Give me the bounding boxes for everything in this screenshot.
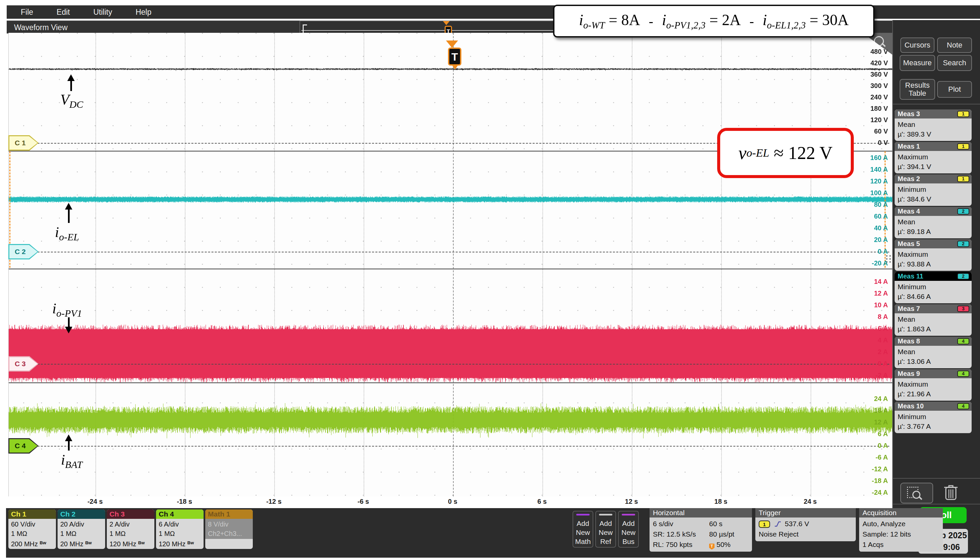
zoom-mode-button[interactable] [900,483,933,503]
measurement-card-meas-11[interactable]: Meas 112Minimumµ': 84.66 A [895,272,972,303]
axis-tick-label-ch4: 6 A [844,430,888,438]
add-new-math-button[interactable]: AddNewMath [573,511,593,547]
measurement-type: Mean [898,217,968,227]
waveform-plot-area[interactable] [8,33,892,496]
add-new-ref-button[interactable]: AddNewRef [595,511,616,547]
channel-badge-ch-3[interactable]: Ch 32 A/div1 MΩ120 MHz Bw [107,509,154,549]
channel-badge-header: Math 1 [205,509,253,519]
right-control-panel: CursorsNoteMeasureSearchResultsTablePlot… [892,20,980,558]
measurement-card-body: Meanµ': 389.3 V [895,119,972,141]
trigger-mode: Noise Reject [759,529,853,539]
channel-impedance: 1 MΩ [11,529,53,538]
arrow-head [65,327,72,333]
channel-badge-header: Ch 1 [8,509,56,519]
trigger-marker-badge[interactable]: T [448,48,461,66]
axis-tick-label-ch3: 14 A [844,278,888,286]
channel-zero-reference-line [11,252,889,252]
trigger-position-icon: T [709,544,715,550]
channel-bandwidth: 200 MHz Bw [11,538,53,549]
channel-badge-ch-2[interactable]: Ch 220 A/div1 MΩ20 MHz Bw [58,509,105,549]
measurement-card-meas-1[interactable]: Meas 11Maximumµ': 394.1 V [895,142,972,174]
measurement-card-meas-3[interactable]: Meas 31Meanµ': 389.3 V [895,109,972,141]
source-channel-badge: 1 [957,176,969,182]
side-button-note[interactable]: Note [937,38,972,53]
add-new-bus-button[interactable]: AddNewBus [618,511,639,547]
acquisition-panel[interactable]: AcquisitionAuto, AnalyzeSample: 12 bits1… [859,508,943,552]
channel-tag-c4[interactable]: C 4 [8,438,38,453]
measurement-value: µ': 394.1 V [898,162,968,171]
axis-tick-label-ch2: 0 A [844,248,888,255]
panel-separator [893,478,980,479]
measurement-card-body: Minimumµ': 84.66 A [895,281,972,303]
time-tick-label: 12 s [616,498,647,506]
channel-badge-ch-1[interactable]: Ch 160 V/div1 MΩ200 MHz Bw [8,509,56,549]
channel-badge-ch-4[interactable]: Ch 46 A/div1 MΩ120 MHz Bw [156,509,204,549]
channel-tag-c2[interactable]: C 2 [8,244,38,260]
measurement-card-header: Meas 42 [895,207,972,216]
trace-label-o-el: io-EL [55,223,79,243]
measurement-card-meas-9[interactable]: Meas 94Maximumµ': 21.96 A [895,369,972,401]
axis-tick-label-ch1: 420 V [844,59,888,67]
axis-tick-label-ch3: 6 A [844,325,888,332]
measurement-value: µ': 384.6 V [898,194,968,204]
horizontal-panel[interactable]: Horizontal6 s/div60 sSR: 12.5 kS/s80 µs/… [649,508,752,552]
axis-tick-label-ch1: 360 V [844,71,888,78]
arrow-head [65,203,72,210]
add-button-stripe [599,514,612,516]
axis-tick-label-ch3: 8 A [844,313,888,321]
trace-label-dc: VDC [60,91,83,110]
axis-tick-label-ch2: 20 A [844,236,888,244]
formula-term: io-PV1,2,3 = 2A [662,11,741,31]
measurement-type: Mean [898,347,968,357]
side-button-search[interactable]: Search [937,55,972,71]
axis-tick-label-ch4: -12 A [844,465,888,473]
menu-item-file[interactable]: File [21,8,33,17]
menu-item-help[interactable]: Help [136,8,151,17]
measurement-card-header: Meas 73 [895,304,972,313]
measurement-card-body: Meanµ': 13.06 A [895,346,972,368]
axis-tick-label-ch3: 10 A [844,301,888,309]
measurement-card-header: Meas 104 [895,402,972,411]
time-tick-label: 0 s [438,498,468,506]
axis-tick-label-ch1: 480 V [844,48,888,56]
measurement-card-header: Meas 52 [895,239,972,248]
measurement-card-body: Meanµ': 1.863 A [895,313,972,336]
channel-scale: 20 A/div [60,519,103,529]
axis-tick-label-ch3: 4 A [844,336,888,344]
measurement-card-meas-10[interactable]: Meas 104Minimumµ': 3.767 A [895,402,972,433]
axis-tick-label-ch2: 120 A [844,177,888,185]
trash-icon-button[interactable] [942,483,959,501]
trigger-panel[interactable]: Trigger1537.6 VNoise Reject [755,508,856,541]
measurement-type: Mean [898,314,968,324]
channel-tag-c3[interactable]: C 3 [8,356,38,372]
side-button-plot[interactable]: Plot [937,81,972,98]
measurement-card-body: Maximumµ': 394.1 V [895,151,972,174]
measurement-card-meas-2[interactable]: Meas 21Minimumµ': 384.6 V [895,174,972,206]
channel-tag-c1[interactable]: C 1 [8,135,38,150]
trace-label-o-pv1: io-PV1 [52,300,82,319]
channel-scale: 6 A/div [159,519,201,529]
time-tick-label: -12 s [259,498,289,506]
measurement-card-meas-7[interactable]: Meas 73Meanµ': 1.863 A [895,304,972,336]
measurement-card-meas-4[interactable]: Meas 42Meanµ': 89.18 A [895,207,972,238]
measurement-card-meas-5[interactable]: Meas 52Maximumµ': 93.88 A [895,239,972,271]
measurement-type: Maximum [898,379,968,389]
menu-item-utility[interactable]: Utility [93,8,112,17]
side-button-results-table[interactable]: ResultsTable [900,79,935,100]
record-length: RL: 750 kpts [653,539,709,550]
time-tick-label: -24 s [80,498,110,506]
bandwidth-limit-tag: Bw [138,540,145,545]
axis-tick-label-ch2: 60 A [844,213,888,220]
measurement-card-meas-8[interactable]: Meas 84Meanµ': 13.06 A [895,337,972,368]
time-tick-label: 6 s [527,498,557,506]
bandwidth-limit-tag: Bw [40,540,46,545]
time-tick-label: 24 s [795,498,825,506]
panel-separator [893,504,980,504]
channel-bandwidth: 120 MHz Bw [109,538,152,549]
menu-item-edit[interactable]: Edit [56,8,70,17]
channel-scale: 8 V/div [208,519,250,529]
side-button-cursors[interactable]: Cursors [900,38,934,53]
channel-badge-math-1[interactable]: Math 18 V/divCh2+Ch3... [205,509,253,549]
side-button-measure[interactable]: Measure [900,55,935,71]
measurement-type: Mean [898,119,968,129]
